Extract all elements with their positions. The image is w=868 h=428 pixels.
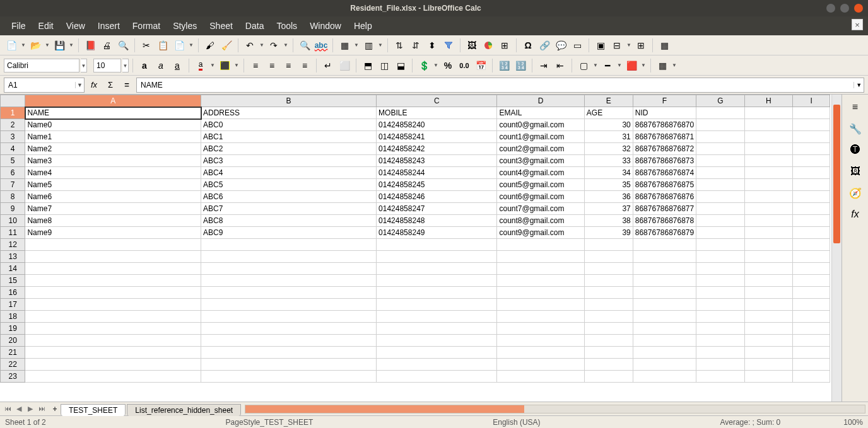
cell-H20[interactable] — [744, 335, 792, 347]
align-justify-icon[interactable]: ≡ — [297, 58, 312, 73]
cell-G16[interactable] — [696, 287, 744, 299]
cell-H16[interactable] — [744, 287, 792, 299]
name-box[interactable]: ▼ — [4, 78, 85, 93]
row-header-11[interactable]: 11 — [1, 227, 25, 239]
formula-input[interactable] — [137, 81, 853, 90]
cell-E4[interactable]: 32 — [584, 143, 633, 155]
cut-icon[interactable]: ✂ — [139, 38, 154, 53]
menu-file[interactable]: File — [5, 18, 32, 33]
cell-I1[interactable] — [793, 107, 830, 119]
function-wizard-icon[interactable]: fx — [87, 78, 101, 92]
cell-F15[interactable] — [633, 275, 696, 287]
styles-icon[interactable]: 🅣 — [848, 142, 863, 158]
col-header-G[interactable]: G — [696, 95, 744, 107]
new-icon[interactable]: 📄 — [4, 38, 19, 53]
cell-D7[interactable]: count5@gmail.com — [497, 179, 584, 191]
cell-F19[interactable] — [633, 323, 696, 335]
cell-A10[interactable]: Name8 — [25, 215, 201, 227]
cell-F9[interactable]: 86876786876877 — [633, 203, 696, 215]
cell-F12[interactable] — [633, 239, 696, 251]
cell-F21[interactable] — [633, 347, 696, 359]
sort-desc-icon[interactable]: ⇵ — [408, 38, 423, 53]
cell-B16[interactable] — [201, 287, 377, 299]
increase-indent-icon[interactable]: ⇥ — [536, 58, 551, 73]
cell-F17[interactable] — [633, 299, 696, 311]
name-box-dropdown[interactable]: ▼ — [75, 82, 84, 88]
formula-expand[interactable]: ▼ — [853, 82, 864, 88]
cell-F14[interactable] — [633, 263, 696, 275]
cell-B10[interactable]: ABC8 — [201, 215, 377, 227]
redo-dropdown[interactable]: ▼ — [283, 42, 289, 48]
cell-C6[interactable]: 01424858244 — [377, 167, 497, 179]
headers-footers-icon[interactable]: ▭ — [570, 38, 585, 53]
cell-I16[interactable] — [793, 287, 830, 299]
row-header-20[interactable]: 20 — [1, 335, 25, 347]
cell-A16[interactable] — [25, 287, 201, 299]
number-icon[interactable]: 0.0 — [457, 58, 472, 73]
print-preview-icon[interactable]: 🔍 — [115, 38, 131, 53]
row-header-4[interactable]: 4 — [1, 143, 25, 155]
currency-dropdown[interactable]: ▼ — [433, 62, 439, 68]
cell-H12[interactable] — [744, 239, 792, 251]
cell-B5[interactable]: ABC3 — [201, 155, 377, 167]
cell-A1[interactable]: NAME — [25, 107, 201, 119]
cell-E14[interactable] — [584, 263, 633, 275]
sort-icon[interactable]: ⬍ — [425, 38, 440, 53]
cell-D22[interactable] — [497, 359, 584, 371]
cell-I22[interactable] — [793, 359, 830, 371]
cell-D9[interactable]: count7@gmail.com — [497, 203, 584, 215]
chart-icon[interactable] — [481, 38, 496, 53]
maximize-button[interactable] — [840, 4, 849, 13]
cell-A20[interactable] — [25, 335, 201, 347]
status-zoom[interactable]: 100% — [843, 418, 863, 427]
cell-C3[interactable]: 01424858241 — [377, 131, 497, 143]
cell-F7[interactable]: 86876786876875 — [633, 179, 696, 191]
spellcheck-icon[interactable]: abc — [314, 38, 329, 53]
horiz-scroll-top[interactable] — [245, 405, 865, 414]
cell-C8[interactable]: 01424858246 — [377, 191, 497, 203]
cell-H19[interactable] — [744, 323, 792, 335]
cell-B2[interactable]: ABC0 — [201, 119, 377, 131]
cell-I21[interactable] — [793, 347, 830, 359]
decrease-indent-icon[interactable]: ⇤ — [553, 58, 568, 73]
col-header-A[interactable]: A — [25, 95, 201, 107]
menu-tools[interactable]: Tools — [270, 18, 303, 33]
open-icon[interactable]: 📂 — [28, 38, 43, 53]
borders-icon[interactable]: ▢ — [576, 58, 591, 73]
row-header-1[interactable]: 1 — [1, 107, 25, 119]
underline-icon[interactable]: a — [170, 58, 185, 73]
cell-C21[interactable] — [377, 347, 497, 359]
menu-format[interactable]: Format — [126, 18, 167, 33]
cell-I12[interactable] — [793, 239, 830, 251]
cell-C17[interactable] — [377, 299, 497, 311]
cell-A2[interactable]: Name0 — [25, 119, 201, 131]
cell-F8[interactable]: 86876786876876 — [633, 191, 696, 203]
cell-I4[interactable] — [793, 143, 830, 155]
close-button[interactable] — [854, 4, 863, 13]
col-header-B[interactable]: B — [201, 95, 377, 107]
formula-input-wrap[interactable]: ▼ — [136, 78, 864, 93]
column-icon[interactable]: ▥ — [361, 38, 376, 53]
cell-G1[interactable] — [696, 107, 744, 119]
cell-F20[interactable] — [633, 335, 696, 347]
remove-decimal-icon[interactable]: 🔢 — [513, 58, 528, 73]
valign-top-icon[interactable]: ⬒ — [360, 58, 375, 73]
cell-G6[interactable] — [696, 167, 744, 179]
row-header-19[interactable]: 19 — [1, 323, 25, 335]
cell-D17[interactable] — [497, 299, 584, 311]
row-icon[interactable]: ▦ — [337, 38, 352, 53]
new-dropdown[interactable]: ▼ — [20, 42, 26, 48]
cell-E19[interactable] — [584, 323, 633, 335]
cell-H10[interactable] — [744, 215, 792, 227]
cell-H17[interactable] — [744, 299, 792, 311]
column-dropdown[interactable]: ▼ — [377, 42, 384, 48]
cell-C1[interactable]: MOBILE — [377, 107, 497, 119]
row-header-2[interactable]: 2 — [1, 119, 25, 131]
cell-F18[interactable] — [633, 311, 696, 323]
menu-insert[interactable]: Insert — [91, 18, 126, 33]
cell-C5[interactable]: 01424858243 — [377, 155, 497, 167]
clone-formatting-icon[interactable]: 🖌 — [202, 38, 218, 53]
undo-icon[interactable]: ↶ — [242, 38, 257, 53]
cell-B17[interactable] — [201, 299, 377, 311]
cell-A12[interactable] — [25, 239, 201, 251]
